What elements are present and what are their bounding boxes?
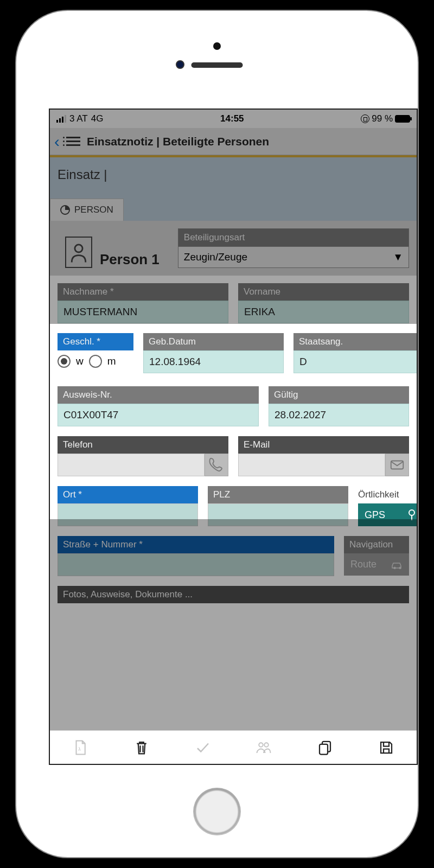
battery-icon [395, 115, 410, 123]
zip-input[interactable] [208, 503, 348, 526]
firstname-label: Vorname [238, 283, 409, 301]
network-label: 4G [91, 113, 104, 124]
svg-rect-1 [391, 461, 404, 469]
svg-point-2 [409, 510, 414, 515]
form-section: Nachname * Vorname Geschl. * w m [50, 276, 417, 611]
page-title: Einsatznotiz | Beteiligte Personen [87, 135, 269, 148]
gender-label: Geschl. * [58, 333, 133, 350]
clock: 14:55 [103, 113, 361, 124]
check-icon[interactable] [195, 739, 211, 756]
dob-label: Geb.Datum [143, 333, 284, 350]
pie-icon [60, 205, 70, 215]
id-number-label: Ausweis-Nr. [58, 386, 259, 404]
gender-radio-m[interactable] [89, 355, 102, 368]
phone-label: Telefon [58, 436, 228, 454]
person-header: Person 1 Beteiligungsart Zeugin/Zeuge ▼ [50, 221, 417, 276]
svg-point-0 [75, 245, 82, 252]
person-title: Person 1 [100, 251, 159, 268]
locality-label: Örtlichkeit [358, 486, 418, 503]
gender-m-label: m [107, 355, 116, 367]
save-icon[interactable] [378, 739, 394, 756]
city-input[interactable] [58, 503, 198, 526]
street-input[interactable] [58, 553, 334, 576]
speaker-icon [192, 62, 243, 68]
nationality-label: Staatsang. [293, 333, 418, 350]
nationality-input[interactable] [293, 350, 418, 373]
id-number-input[interactable] [58, 404, 259, 426]
gender-radio-w[interactable] [58, 355, 71, 368]
route-label: Route [350, 559, 376, 570]
gender-w-label: w [76, 355, 84, 367]
firstname-input[interactable] [238, 301, 409, 323]
dob-input[interactable] [143, 350, 284, 373]
app-header: ‹ Einsatznotiz | Beteiligte Personen [50, 128, 417, 155]
participation-type-value: Zeugin/Zeuge [184, 251, 247, 263]
city-label: Ort * [58, 486, 198, 503]
sub-title: Einsatz | [58, 167, 409, 182]
street-label: Straße + Nummer * [58, 536, 334, 553]
gps-label: GPS [365, 509, 385, 521]
zip-label: PLZ [208, 486, 348, 503]
car-icon [391, 560, 403, 569]
trash-icon[interactable] [133, 739, 150, 756]
participation-type-select[interactable]: Zeugin/Zeuge ▼ [178, 246, 409, 268]
avatar-icon [65, 237, 92, 268]
rotation-lock-icon [361, 114, 369, 123]
group-icon[interactable] [256, 739, 272, 756]
email-send-button[interactable] [385, 454, 409, 476]
battery-percent: 99 % [372, 113, 393, 124]
lastname-label: Nachname * [58, 283, 228, 301]
chevron-down-icon: ▼ [393, 251, 403, 263]
screen: 3 AT 4G 14:55 99 % ‹ Einsatznotiz | Bete… [49, 108, 418, 765]
signal-icon [56, 115, 66, 123]
list-icon[interactable] [66, 137, 80, 146]
status-bar: 3 AT 4G 14:55 99 % [50, 110, 417, 128]
participation-type-label: Beteiligungsart [178, 228, 409, 246]
svg-point-6 [265, 743, 269, 747]
camera-top-icon [213, 42, 221, 50]
phone-input[interactable] [58, 454, 205, 476]
valid-label: Gültig [269, 386, 409, 404]
route-button[interactable]: Route [344, 553, 409, 576]
home-button[interactable] [193, 788, 241, 835]
copy-icon[interactable] [317, 739, 333, 756]
svg-rect-8 [320, 744, 328, 754]
valid-input[interactable] [269, 404, 409, 426]
email-input[interactable] [238, 454, 385, 476]
front-camera-icon [176, 60, 184, 69]
email-label: E-Mail [238, 436, 409, 454]
tab-person[interactable]: PERSON [50, 199, 124, 221]
sub-header: Einsatz | [50, 157, 417, 192]
navigation-label: Navigation [344, 536, 409, 553]
tab-label: PERSON [74, 205, 113, 215]
phone-call-button[interactable] [205, 454, 228, 476]
lastname-input[interactable] [58, 301, 228, 323]
svg-point-5 [259, 743, 264, 747]
pin-icon [407, 509, 417, 521]
attachments-label[interactable]: Fotos, Ausweise, Dokumente ... [58, 586, 409, 603]
svg-text:λ: λ [79, 746, 81, 752]
phone-frame: 3 AT 4G 14:55 99 % ‹ Einsatznotiz | Bete… [16, 11, 418, 857]
carrier-label: 3 AT [69, 113, 88, 124]
pdf-icon[interactable]: λ [72, 739, 88, 756]
bottom-toolbar: λ [50, 730, 417, 764]
gps-button[interactable]: GPS [358, 503, 418, 526]
tab-bar: PERSON [50, 192, 417, 221]
back-button[interactable]: ‹ [54, 132, 60, 151]
